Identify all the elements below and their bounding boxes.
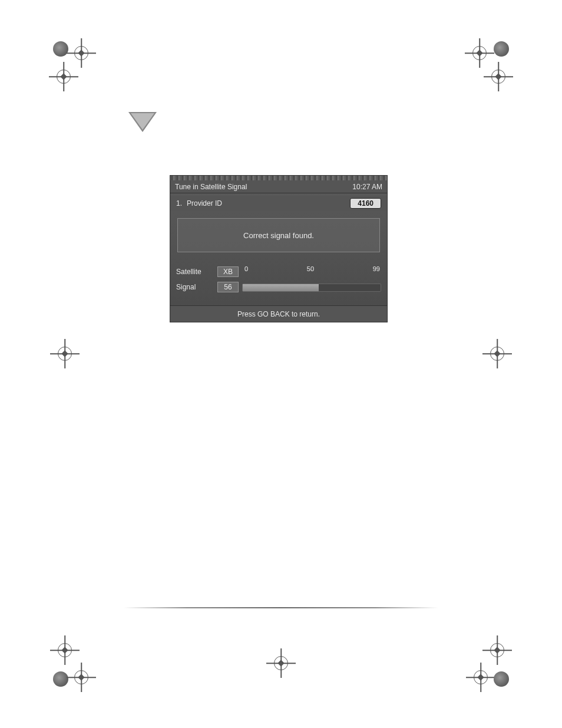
registration-mark-top-left bbox=[53, 41, 94, 83]
registration-mark-bottom-center bbox=[260, 645, 302, 687]
provider-index: 1. bbox=[176, 199, 182, 207]
triangle-marker-icon bbox=[128, 112, 157, 132]
footer-instruction-bar: Press GO BACK to return. bbox=[170, 305, 387, 322]
signal-strength-bar bbox=[242, 284, 381, 292]
status-message-text: Correct signal found. bbox=[243, 231, 314, 240]
provider-id-row[interactable]: 1. Provider ID 4160 bbox=[170, 196, 387, 211]
status-message-box: Correct signal found. bbox=[177, 218, 380, 252]
signal-value: 56 bbox=[217, 282, 239, 292]
provider-id-value[interactable]: 4160 bbox=[350, 198, 381, 209]
satellite-label: Satellite bbox=[176, 268, 217, 276]
provider-id-label: Provider ID bbox=[187, 199, 350, 207]
signal-strength-fill bbox=[243, 284, 319, 291]
signal-label: Signal bbox=[176, 283, 217, 291]
panel-header: Tune in Satellite Signal 10:27 AM bbox=[170, 180, 387, 193]
registration-mark-bottom-left bbox=[53, 645, 94, 687]
image-edge-noise bbox=[170, 176, 387, 180]
clock-time: 10:27 AM bbox=[352, 183, 382, 191]
registration-mark-bottom-right bbox=[468, 645, 509, 687]
registration-mark-mid-left bbox=[53, 342, 94, 383]
footer-instruction-text: Press GO BACK to return. bbox=[237, 310, 320, 318]
registration-mark-mid-right bbox=[468, 342, 509, 383]
registration-mark-top-right bbox=[468, 41, 509, 83]
satellite-value: XB bbox=[217, 266, 239, 277]
signal-row: Signal 56 bbox=[176, 281, 381, 294]
panel-title: Tune in Satellite Signal bbox=[175, 183, 247, 191]
satellite-signal-panel: Tune in Satellite Signal 10:27 AM 1. Pro… bbox=[170, 175, 388, 322]
page-footer-rule bbox=[124, 607, 438, 608]
satellite-row: Satellite XB bbox=[176, 265, 381, 278]
